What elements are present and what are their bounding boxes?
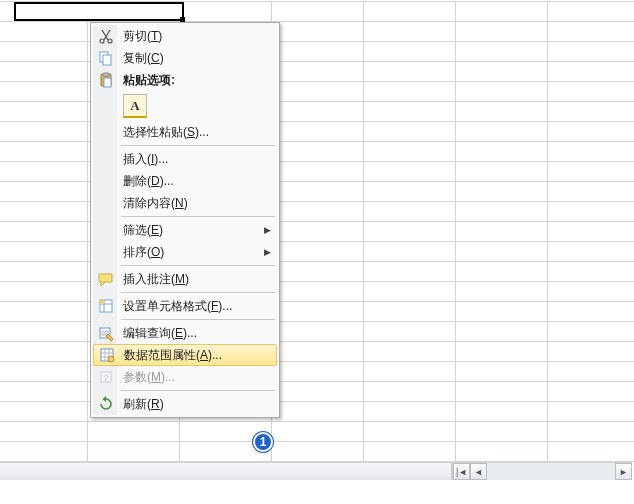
svg-rect-5: [103, 73, 109, 76]
menu-cut[interactable]: 剪切(T): [93, 25, 277, 47]
annotation-badge-1: 1: [253, 432, 273, 452]
annotation-number: 1: [260, 435, 267, 449]
menu-label: 排序(O): [123, 244, 164, 261]
svg-rect-6: [104, 78, 111, 87]
scroll-left-button[interactable]: ◄: [470, 463, 487, 480]
menu-separator: [121, 319, 275, 320]
scroll-right-button[interactable]: ►: [615, 463, 632, 480]
scroll-track[interactable]: |◄ ◄ ►: [452, 463, 632, 480]
menu-label: 选择性粘贴(S)...: [123, 124, 209, 141]
menu-insert-comment[interactable]: 插入批注(M): [93, 268, 277, 290]
menu-label: 插入(I)...: [123, 151, 168, 168]
menu-format-cells[interactable]: 设置单元格格式(F)...: [93, 295, 277, 317]
menu-separator: [121, 145, 275, 146]
selected-cell[interactable]: [14, 2, 184, 21]
menu-label: 复制(C): [123, 50, 164, 67]
properties-icon: [99, 347, 115, 363]
scroll-right-glyph: ►: [619, 467, 628, 477]
menu-data-range-properties[interactable]: 数据范围属性(A)...: [93, 344, 277, 366]
menu-separator: [121, 265, 275, 266]
menu-label: 数据范围属性(A)...: [124, 347, 222, 364]
menu-separator: [121, 292, 275, 293]
svg-point-1: [108, 39, 112, 43]
menu-clear-contents[interactable]: 清除内容(N): [93, 192, 277, 214]
menu-label: 清除内容(N): [123, 195, 188, 212]
cut-icon: [98, 28, 114, 44]
menu-label: 筛选(E): [123, 222, 163, 239]
menu-label: 参数(M)...: [123, 369, 175, 386]
paste-options-row: A: [93, 91, 277, 121]
svg-rect-9: [100, 300, 104, 304]
menu-paste-special[interactable]: 选择性粘贴(S)...: [93, 121, 277, 143]
menu-filter[interactable]: 筛选(E) ▶: [93, 219, 277, 241]
submenu-arrow-icon: ▶: [264, 225, 271, 235]
bottom-blank: [0, 480, 634, 504]
scroll-first-glyph: |◄: [456, 467, 467, 477]
paste-values-button[interactable]: A: [123, 94, 147, 118]
menu-sort[interactable]: 排序(O) ▶: [93, 241, 277, 263]
menu-label: 插入批注(M): [123, 271, 189, 288]
svg-rect-3: [103, 55, 111, 65]
menu-insert[interactable]: 插入(I)...: [93, 148, 277, 170]
menu-label: 设置单元格格式(F)...: [123, 298, 232, 315]
svg-rect-7: [99, 274, 112, 282]
menu-separator: [121, 216, 275, 217]
edit-query-icon: [98, 325, 114, 341]
sheet-tab-area[interactable]: [0, 463, 452, 480]
scroll-first-button[interactable]: |◄: [453, 463, 470, 480]
svg-text:?: ?: [103, 373, 108, 383]
grid-edge: [0, 0, 634, 1]
format-cells-icon: [98, 298, 114, 314]
menu-parameters: ? 参数(M)...: [93, 366, 277, 388]
menu-edit-query[interactable]: 编辑查询(E)...: [93, 322, 277, 344]
refresh-icon: [98, 396, 114, 412]
submenu-arrow-icon: ▶: [264, 247, 271, 257]
menu-label: 删除(D)...: [123, 173, 174, 190]
paste-icon: [98, 72, 114, 88]
parameters-icon: ?: [98, 369, 114, 385]
copy-icon: [98, 50, 114, 66]
menu-label: 粘贴选项:: [123, 72, 175, 89]
menu-label: 编辑查询(E)...: [123, 325, 197, 342]
svg-point-0: [100, 39, 104, 43]
menu-paste-options: 粘贴选项:: [93, 69, 277, 91]
menu-refresh[interactable]: 刷新(R): [93, 393, 277, 415]
menu-delete[interactable]: 删除(D)...: [93, 170, 277, 192]
context-menu: 剪切(T) 复制(C) 粘贴选项: A 选择性粘贴(S)... 插入(I)...…: [90, 22, 280, 418]
menu-label: 剪切(T): [123, 28, 162, 45]
menu-label: 刷新(R): [123, 396, 164, 413]
scroll-left-glyph: ◄: [474, 467, 483, 477]
horizontal-scrollbar[interactable]: |◄ ◄ ►: [0, 462, 632, 480]
paste-values-glyph: A: [130, 98, 139, 114]
svg-point-12: [108, 356, 114, 362]
scroll-gap[interactable]: [487, 463, 615, 480]
menu-copy[interactable]: 复制(C): [93, 47, 277, 69]
comment-icon: [98, 271, 114, 287]
menu-separator: [121, 390, 275, 391]
